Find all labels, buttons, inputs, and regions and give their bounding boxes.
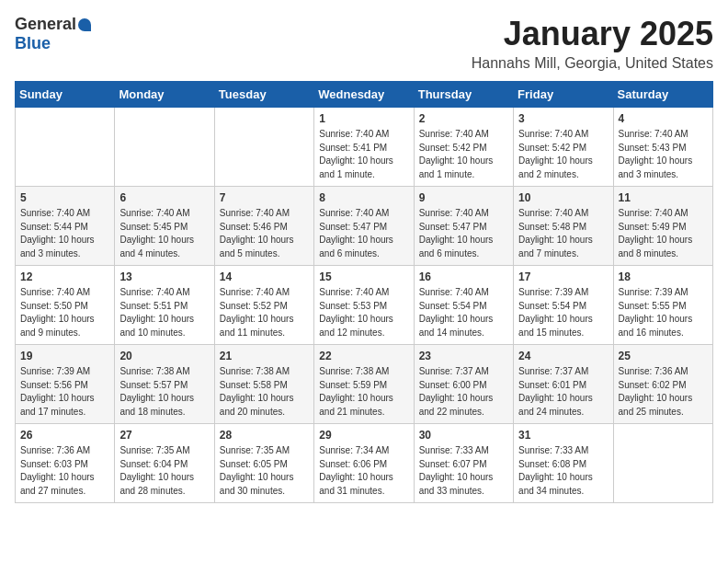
day-info: Sunrise: 7:40 AM Sunset: 5:47 PM Dayligh…: [419, 207, 508, 260]
day-number: 10: [518, 191, 608, 204]
week-row: 1Sunrise: 7:40 AM Sunset: 5:41 PM Daylig…: [16, 108, 713, 187]
day-number: 1: [319, 112, 408, 125]
calendar-cell: 29Sunrise: 7:34 AM Sunset: 6:06 PM Dayli…: [314, 424, 414, 503]
day-number: 15: [319, 270, 408, 283]
day-info: Sunrise: 7:40 AM Sunset: 5:42 PM Dayligh…: [518, 128, 608, 181]
day-info: Sunrise: 7:33 AM Sunset: 6:08 PM Dayligh…: [518, 444, 608, 498]
day-info: Sunrise: 7:35 AM Sunset: 6:04 PM Dayligh…: [119, 444, 209, 498]
calendar-title: January 2025: [472, 15, 713, 53]
day-info: Sunrise: 7:39 AM Sunset: 5:55 PM Dayligh…: [619, 286, 708, 339]
day-info: Sunrise: 7:40 AM Sunset: 5:42 PM Dayligh…: [419, 128, 508, 181]
day-info: Sunrise: 7:39 AM Sunset: 5:56 PM Dayligh…: [20, 365, 109, 419]
title-area: January 2025 Hannahs Mill, Georgia, Unit…: [472, 15, 713, 72]
day-info: Sunrise: 7:40 AM Sunset: 5:44 PM Dayligh…: [20, 207, 109, 260]
day-number: 20: [119, 350, 209, 362]
day-info: Sunrise: 7:40 AM Sunset: 5:43 PM Dayligh…: [619, 128, 708, 181]
day-number: 2: [419, 112, 508, 125]
day-number: 14: [220, 270, 309, 283]
day-info: Sunrise: 7:40 AM Sunset: 5:49 PM Dayligh…: [619, 207, 708, 260]
calendar-cell: 14Sunrise: 7:40 AM Sunset: 5:52 PM Dayli…: [214, 266, 313, 345]
day-info: Sunrise: 7:39 AM Sunset: 5:54 PM Dayligh…: [518, 286, 608, 339]
day-number: 11: [619, 191, 708, 204]
day-info: Sunrise: 7:38 AM Sunset: 5:57 PM Dayligh…: [119, 365, 209, 419]
calendar-cell: 3Sunrise: 7:40 AM Sunset: 5:42 PM Daylig…: [514, 108, 613, 187]
day-number: 3: [518, 112, 608, 125]
day-info: Sunrise: 7:36 AM Sunset: 6:03 PM Dayligh…: [20, 444, 109, 498]
day-of-week-header: Sunday: [16, 82, 115, 108]
calendar-cell: 20Sunrise: 7:38 AM Sunset: 5:57 PM Dayli…: [115, 345, 214, 424]
day-number: 12: [20, 270, 109, 283]
calendar-cell: 13Sunrise: 7:40 AM Sunset: 5:51 PM Dayli…: [115, 266, 214, 345]
day-number: 6: [119, 191, 209, 204]
day-number: 9: [419, 191, 508, 204]
calendar-cell: 28Sunrise: 7:35 AM Sunset: 6:05 PM Dayli…: [214, 424, 313, 503]
calendar-cell: 16Sunrise: 7:40 AM Sunset: 5:54 PM Dayli…: [414, 266, 513, 345]
day-info: Sunrise: 7:40 AM Sunset: 5:41 PM Dayligh…: [319, 128, 408, 181]
week-row: 5Sunrise: 7:40 AM Sunset: 5:44 PM Daylig…: [16, 187, 713, 266]
calendar-cell: 24Sunrise: 7:37 AM Sunset: 6:01 PM Dayli…: [514, 345, 613, 424]
calendar-cell: 5Sunrise: 7:40 AM Sunset: 5:44 PM Daylig…: [16, 187, 115, 266]
calendar-cell: 12Sunrise: 7:40 AM Sunset: 5:50 PM Dayli…: [16, 266, 115, 345]
logo-icon: [78, 18, 91, 31]
calendar-cell: 8Sunrise: 7:40 AM Sunset: 5:47 PM Daylig…: [314, 187, 414, 266]
day-of-week-header: Monday: [115, 82, 214, 108]
day-info: Sunrise: 7:34 AM Sunset: 6:06 PM Dayligh…: [319, 444, 408, 498]
calendar-cell: 19Sunrise: 7:39 AM Sunset: 5:56 PM Dayli…: [16, 345, 115, 424]
day-info: Sunrise: 7:36 AM Sunset: 6:02 PM Dayligh…: [619, 365, 708, 419]
day-number: 27: [119, 429, 209, 442]
day-number: 24: [518, 350, 608, 362]
calendar-cell: 26Sunrise: 7:36 AM Sunset: 6:03 PM Dayli…: [16, 424, 115, 503]
day-number: 28: [220, 429, 309, 442]
day-number: 23: [419, 350, 508, 362]
calendar-cell: 22Sunrise: 7:38 AM Sunset: 5:59 PM Dayli…: [314, 345, 414, 424]
calendar-cell: 21Sunrise: 7:38 AM Sunset: 5:58 PM Dayli…: [214, 345, 313, 424]
day-of-week-header: Friday: [514, 82, 613, 108]
header: General Blue January 2025 Hannahs Mill, …: [15, 15, 713, 72]
day-info: Sunrise: 7:37 AM Sunset: 6:01 PM Dayligh…: [518, 365, 608, 419]
calendar-cell: 7Sunrise: 7:40 AM Sunset: 5:46 PM Daylig…: [214, 187, 313, 266]
header-row: SundayMondayTuesdayWednesdayThursdayFrid…: [16, 82, 713, 108]
calendar-cell: [214, 108, 313, 187]
calendar-cell: 10Sunrise: 7:40 AM Sunset: 5:48 PM Dayli…: [514, 187, 613, 266]
day-number: 17: [518, 270, 608, 283]
day-number: 18: [619, 270, 708, 283]
week-row: 12Sunrise: 7:40 AM Sunset: 5:50 PM Dayli…: [16, 266, 713, 345]
day-info: Sunrise: 7:40 AM Sunset: 5:52 PM Dayligh…: [220, 286, 309, 339]
day-number: 30: [419, 429, 508, 442]
day-number: 7: [220, 191, 309, 204]
day-number: 8: [319, 191, 408, 204]
calendar-cell: 27Sunrise: 7:35 AM Sunset: 6:04 PM Dayli…: [115, 424, 214, 503]
day-number: 26: [20, 429, 109, 442]
calendar-cell: 1Sunrise: 7:40 AM Sunset: 5:41 PM Daylig…: [314, 108, 414, 187]
calendar-cell: 6Sunrise: 7:40 AM Sunset: 5:45 PM Daylig…: [115, 187, 214, 266]
calendar-table: SundayMondayTuesdayWednesdayThursdayFrid…: [15, 81, 713, 503]
day-number: 16: [419, 270, 508, 283]
day-info: Sunrise: 7:40 AM Sunset: 5:46 PM Dayligh…: [220, 207, 309, 260]
day-info: Sunrise: 7:40 AM Sunset: 5:45 PM Dayligh…: [119, 207, 209, 260]
calendar-cell: 2Sunrise: 7:40 AM Sunset: 5:42 PM Daylig…: [414, 108, 513, 187]
calendar-cell: [115, 108, 214, 187]
calendar-cell: 25Sunrise: 7:36 AM Sunset: 6:02 PM Dayli…: [613, 345, 712, 424]
day-of-week-header: Tuesday: [214, 82, 313, 108]
day-info: Sunrise: 7:40 AM Sunset: 5:53 PM Dayligh…: [319, 286, 408, 339]
calendar-cell: 17Sunrise: 7:39 AM Sunset: 5:54 PM Dayli…: [514, 266, 613, 345]
day-number: 19: [20, 350, 109, 362]
day-info: Sunrise: 7:40 AM Sunset: 5:50 PM Dayligh…: [20, 286, 109, 339]
day-number: 4: [619, 112, 708, 125]
day-of-week-header: Wednesday: [314, 82, 414, 108]
day-info: Sunrise: 7:40 AM Sunset: 5:48 PM Dayligh…: [518, 207, 608, 260]
day-info: Sunrise: 7:40 AM Sunset: 5:51 PM Dayligh…: [119, 286, 209, 339]
calendar-cell: 30Sunrise: 7:33 AM Sunset: 6:07 PM Dayli…: [414, 424, 513, 503]
calendar-cell: 31Sunrise: 7:33 AM Sunset: 6:08 PM Dayli…: [514, 424, 613, 503]
calendar-cell: [16, 108, 115, 187]
week-row: 19Sunrise: 7:39 AM Sunset: 5:56 PM Dayli…: [16, 345, 713, 424]
day-info: Sunrise: 7:40 AM Sunset: 5:47 PM Dayligh…: [319, 207, 408, 260]
calendar-cell: 11Sunrise: 7:40 AM Sunset: 5:49 PM Dayli…: [613, 187, 712, 266]
day-info: Sunrise: 7:33 AM Sunset: 6:07 PM Dayligh…: [419, 444, 508, 498]
logo-general-text: General: [15, 15, 76, 34]
week-row: 26Sunrise: 7:36 AM Sunset: 6:03 PM Dayli…: [16, 424, 713, 503]
calendar-subtitle: Hannahs Mill, Georgia, United States: [472, 55, 713, 72]
day-number: 25: [619, 350, 708, 362]
calendar-cell: [613, 424, 712, 503]
logo: General Blue: [15, 15, 91, 53]
